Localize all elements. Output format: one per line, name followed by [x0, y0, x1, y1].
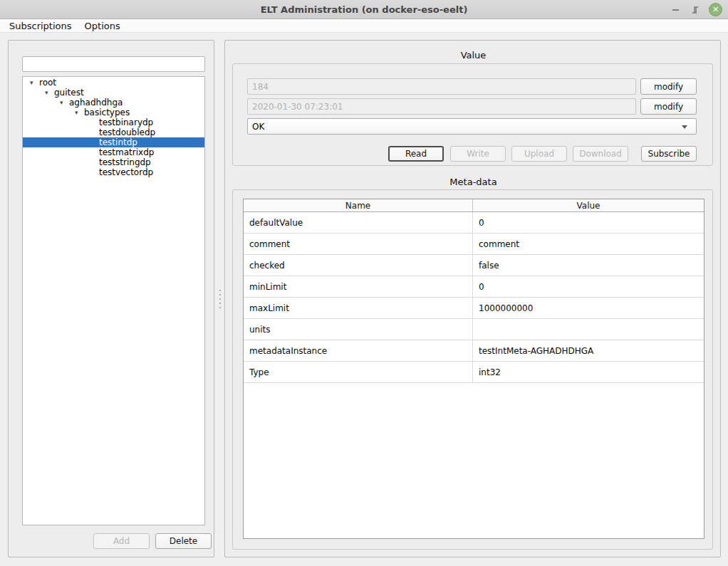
quality-dropdown-value: OK — [252, 122, 264, 132]
modify-timestamp-button[interactable]: modify — [640, 98, 697, 115]
tree-item-testdoubledp[interactable]: testdoubledp — [23, 127, 204, 137]
datapoint-browser-panel: ▾root▾guitest▾aghadhdhga▾basictypestestb… — [8, 40, 214, 557]
menu-subscriptions[interactable]: Subscriptions — [3, 19, 78, 33]
cell-value: 0 — [473, 276, 704, 297]
expander-icon[interactable]: ▾ — [60, 98, 69, 108]
tree-item-label: teststringdp — [99, 157, 151, 167]
close-button[interactable]: ✕ — [709, 3, 722, 16]
tree-filter-input[interactable] — [22, 56, 205, 72]
chevron-down-icon — [682, 125, 687, 129]
tree-item-aghadhdhga[interactable]: ▾aghadhdhga — [23, 98, 204, 108]
datapoint-tree: ▾root▾guitest▾aghadhdhga▾basictypestestb… — [22, 76, 205, 525]
tree-item-guitest[interactable]: ▾guitest — [23, 88, 204, 98]
cell-name: maxLimit — [244, 298, 473, 318]
cell-value: 1000000000 — [473, 298, 704, 318]
metadata-groupbox: Name Value defaultValue0commentcommentch… — [232, 189, 713, 550]
metadata-group-title: Meta-data — [225, 177, 722, 187]
tree-item-label: aghadhdhga — [69, 98, 123, 108]
value-groupbox: modify modify OK ReadWriteUploadDownload… — [232, 63, 713, 166]
cell-name: metadataInstance — [244, 340, 473, 361]
tree-item-label: basictypes — [84, 108, 130, 117]
tree-item-testvectordp[interactable]: testvectordp — [23, 167, 204, 177]
tree-item-label: testdoubledp — [99, 127, 155, 137]
table-row[interactable]: maxLimit1000000000 — [244, 298, 704, 319]
minimize-button[interactable] — [669, 4, 682, 16]
value-field[interactable] — [247, 78, 636, 95]
tree-item-basictypes[interactable]: ▾basictypes — [23, 108, 204, 117]
cell-value: comment — [473, 234, 704, 254]
elt-administration-window: ELT Administration (on docker-eso-eelt) … — [0, 0, 728, 566]
quality-dropdown[interactable]: OK — [247, 118, 697, 135]
cell-value: int32 — [473, 362, 704, 382]
cell-value: false — [473, 255, 704, 276]
delete-button[interactable]: Delete — [155, 533, 212, 549]
table-row[interactable]: minLimit0 — [244, 276, 704, 298]
column-header-name[interactable]: Name — [244, 199, 473, 211]
restore-icon — [692, 6, 699, 14]
tree-item-label: testintdp — [99, 137, 137, 147]
value-group-title: Value — [225, 50, 722, 61]
minimize-icon — [672, 9, 679, 11]
metadata-table-header: Name Value — [244, 199, 704, 212]
menu-bar: Subscriptions Options — [0, 19, 728, 33]
expander-icon[interactable]: ▾ — [30, 78, 39, 88]
cell-name: comment — [244, 234, 473, 254]
cell-value: testIntMeta-AGHADHDHGA — [473, 340, 704, 361]
window-controls: ✕ — [669, 0, 722, 19]
table-row[interactable]: Typeint32 — [244, 362, 704, 383]
tree-item-label: testmatrixdp — [99, 147, 154, 157]
tree-item-root[interactable]: ▾root — [23, 78, 204, 88]
tree-item-testmatrixdp[interactable]: testmatrixdp — [23, 147, 204, 157]
table-row[interactable]: commentcomment — [244, 234, 704, 255]
table-row[interactable]: checkedfalse — [244, 255, 704, 276]
cell-value: 0 — [473, 212, 704, 233]
subscribe-button[interactable]: Subscribe — [641, 146, 697, 162]
write-button[interactable]: Write — [450, 146, 506, 162]
tree-item-teststringdp[interactable]: teststringdp — [23, 157, 204, 167]
metadata-table: Name Value defaultValue0commentcommentch… — [243, 199, 704, 539]
expander-icon[interactable]: ▾ — [45, 88, 54, 98]
menu-options[interactable]: Options — [78, 19, 127, 33]
download-button[interactable]: Download — [573, 146, 628, 162]
read-button[interactable]: Read — [388, 146, 444, 162]
panel-splitter[interactable] — [217, 40, 223, 557]
cell-value — [473, 319, 704, 340]
table-row[interactable]: defaultValue0 — [244, 212, 704, 234]
tree-item-label: testbinarydp — [99, 117, 153, 127]
tree-item-label: testvectordp — [99, 167, 153, 177]
cell-name: Type — [244, 362, 473, 382]
window-title: ELT Administration (on docker-eso-eelt) — [261, 4, 468, 15]
restore-button[interactable] — [689, 4, 702, 16]
upload-button[interactable]: Upload — [511, 146, 567, 162]
timestamp-field[interactable] — [247, 98, 636, 115]
modify-value-button[interactable]: modify — [640, 78, 697, 95]
cell-name: minLimit — [244, 276, 473, 297]
table-row[interactable]: units — [244, 319, 704, 340]
tree-item-label: guitest — [54, 88, 84, 98]
tree-item-testintdp[interactable]: testintdp — [23, 137, 204, 147]
expander-icon[interactable]: ▾ — [75, 108, 84, 117]
close-icon: ✕ — [712, 6, 719, 14]
add-button[interactable]: Add — [93, 533, 150, 549]
tree-item-label: root — [39, 78, 56, 88]
cell-name: checked — [244, 255, 473, 276]
title-bar: ELT Administration (on docker-eso-eelt) … — [0, 0, 728, 19]
table-row[interactable]: metadataInstancetestIntMeta-AGHADHDHGA — [244, 340, 704, 362]
tree-item-testbinarydp[interactable]: testbinarydp — [23, 117, 204, 127]
detail-panel: Value modify modify OK ReadWriteUploadDo… — [224, 40, 721, 557]
cell-name: units — [244, 319, 473, 340]
cell-name: defaultValue — [244, 212, 473, 233]
column-header-value[interactable]: Value — [473, 199, 704, 211]
